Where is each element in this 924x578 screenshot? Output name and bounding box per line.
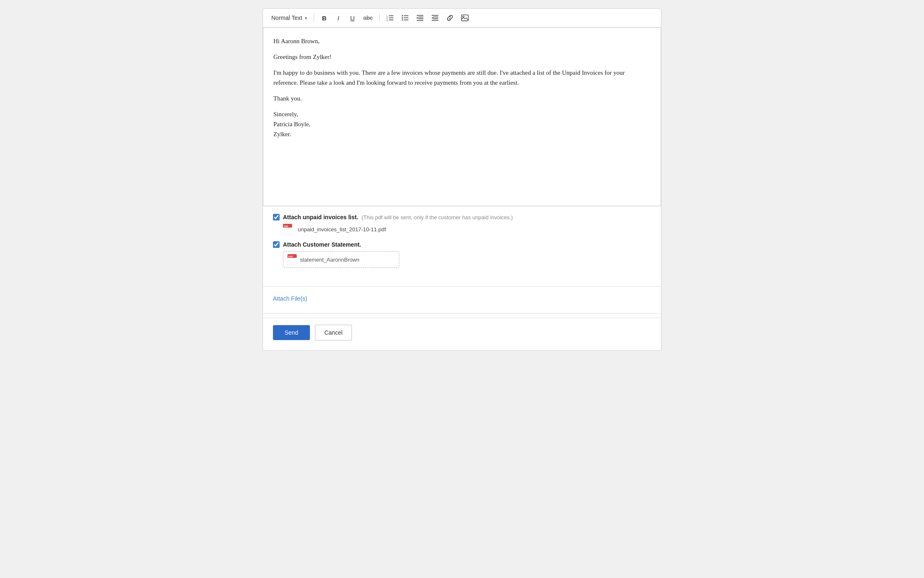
- email-line-intro: Greetings from Zylker!: [273, 52, 651, 62]
- attach-statement-label[interactable]: Attach Customer Statement.: [283, 241, 361, 248]
- email-body-editor[interactable]: Hi Aaronn Brown, Greetings from Zylker! …: [263, 27, 661, 206]
- ordered-list-button[interactable]: 1. 2. 3.: [384, 12, 396, 24]
- statement-file-input[interactable]: PDF statement_AaronnBrown: [283, 251, 399, 268]
- unpaid-file-name: unpaid_invoices_list_2017-10-11.pdf: [298, 226, 386, 233]
- statement-file-row: PDF statement_AaronnBrown: [283, 251, 651, 268]
- email-line-body: I'm happy to do business with you. There…: [273, 68, 651, 88]
- action-buttons: Send Cancel: [263, 318, 661, 350]
- svg-text:PDF: PDF: [288, 255, 293, 258]
- strikethrough-button[interactable]: abc: [361, 12, 375, 24]
- email-line-thanks: Thank you.: [273, 93, 651, 103]
- svg-point-10: [402, 20, 403, 21]
- attach-unpaid-checkbox[interactable]: [273, 214, 280, 220]
- svg-rect-20: [462, 15, 468, 21]
- indent-increase-icon: [416, 14, 424, 22]
- send-button[interactable]: Send: [273, 325, 310, 340]
- divider-attach-files: [263, 286, 661, 287]
- attach-unpaid-label[interactable]: Attach unpaid invoices list.: [283, 214, 358, 220]
- ordered-list-icon: 1. 2. 3.: [386, 14, 394, 22]
- svg-point-6: [402, 15, 403, 17]
- email-line-greeting: Hi Aaronn Brown,: [273, 36, 651, 46]
- unordered-list-icon: [401, 14, 409, 22]
- image-button[interactable]: [459, 12, 471, 24]
- pdf-icon-statement: PDF: [288, 254, 297, 265]
- statement-file-name: statement_AaronnBrown: [300, 257, 359, 263]
- indent-increase-button[interactable]: [414, 12, 426, 24]
- svg-text:3.: 3.: [386, 19, 388, 22]
- toolbar-divider-1: [314, 14, 314, 22]
- svg-point-8: [402, 17, 403, 19]
- email-compose-container: Normal Text ▾ B I U abc 1. 2. 3.: [263, 8, 661, 351]
- chevron-down-icon: ▾: [305, 16, 307, 20]
- italic-button[interactable]: I: [332, 12, 344, 24]
- indent-decrease-button[interactable]: [429, 12, 441, 24]
- toolbar-divider-2: [379, 14, 380, 22]
- attach-files-button[interactable]: Attach File(s): [273, 295, 307, 302]
- bold-button[interactable]: B: [318, 12, 330, 24]
- text-style-dropdown[interactable]: Normal Text ▾: [269, 13, 310, 23]
- underline-button[interactable]: U: [346, 12, 358, 24]
- text-style-label: Normal Text: [271, 15, 302, 21]
- editor-toolbar: Normal Text ▾ B I U abc 1. 2. 3.: [263, 9, 661, 27]
- divider-actions: [263, 313, 661, 313]
- unpaid-invoices-row: Attach unpaid invoices list. (This pdf w…: [273, 214, 651, 220]
- attachments-section: Attach unpaid invoices list. (This pdf w…: [263, 206, 661, 282]
- attach-statement-checkbox[interactable]: [273, 241, 280, 248]
- image-icon: [461, 14, 469, 22]
- svg-text:PDF: PDF: [284, 225, 289, 228]
- link-button[interactable]: [444, 12, 456, 24]
- unpaid-note: (This pdf will be sent, only if the cust…: [361, 214, 513, 220]
- link-icon: [446, 14, 454, 22]
- cancel-button[interactable]: Cancel: [315, 325, 352, 340]
- unpaid-file-row: PDF unpaid_invoices_list_2017-10-11.pdf: [283, 224, 651, 235]
- indent-decrease-icon: [431, 14, 439, 22]
- attach-files-section: Attach File(s): [263, 291, 661, 309]
- statement-checkbox-row: Attach Customer Statement.: [273, 241, 651, 248]
- email-line-sincerely: Sincerely, Patricia Boyle, Zylker.: [273, 109, 651, 139]
- unordered-list-button[interactable]: [399, 12, 411, 24]
- pdf-icon-unpaid: PDF: [283, 224, 292, 235]
